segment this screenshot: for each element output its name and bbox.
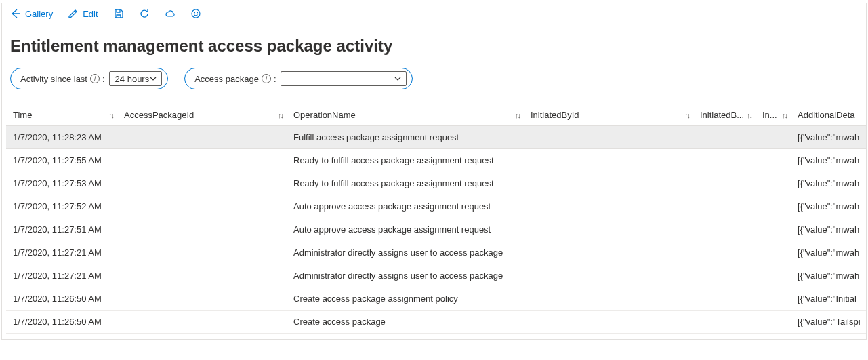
table-cell [117, 287, 287, 311]
table-header-row: Time↑↓ AccessPackageId↑↓ OperationName↑↓… [6, 104, 866, 126]
col-initiatedb[interactable]: InitiatedB...↑↓ [693, 104, 756, 126]
table-cell: 1/7/2020, 11:27:21 AM [6, 264, 117, 287]
table-cell [117, 264, 287, 287]
activity-since-value: 24 hours [115, 74, 150, 84]
table-cell [117, 311, 287, 334]
edit-label: Edit [83, 9, 98, 19]
chevron-down-icon [149, 75, 157, 83]
info-icon[interactable]: i [90, 74, 100, 83]
share-button[interactable] [165, 8, 175, 19]
results-table: Time↑↓ AccessPackageId↑↓ OperationName↑↓… [6, 104, 866, 334]
chevron-down-icon [394, 75, 402, 83]
table-cell: Ready to fulfill access package assignme… [287, 172, 524, 195]
table-cell: 1/7/2020, 11:27:55 AM [6, 149, 117, 172]
table-row[interactable]: 1/7/2020, 11:26:50 AMCreate access packa… [6, 311, 866, 334]
table-cell: [{"value":"mwah [791, 218, 866, 241]
table-cell [693, 241, 756, 264]
table-cell: Administrator directly assigns user to a… [287, 264, 524, 287]
table-cell [693, 311, 756, 334]
table-cell: [{"value":"mwah [791, 241, 866, 264]
table-cell [756, 172, 791, 195]
table-cell [693, 195, 756, 218]
table-cell [693, 149, 756, 172]
table-row[interactable]: 1/7/2020, 11:28:23 AMFulfill access pack… [6, 126, 866, 149]
table-cell: 1/7/2020, 11:27:51 AM [6, 218, 117, 241]
table-cell: [{"value":"mwah [791, 195, 866, 218]
col-in[interactable]: In...↑↓ [756, 104, 791, 126]
table-cell: 1/7/2020, 11:26:50 AM [6, 287, 117, 311]
table-row[interactable]: 1/7/2020, 11:27:51 AMAuto approve access… [6, 218, 866, 241]
table-cell: Create access package [287, 311, 524, 334]
table-cell [117, 126, 287, 149]
table-row[interactable]: 1/7/2020, 11:27:55 AMReady to fulfill ac… [6, 149, 866, 172]
table-cell [117, 195, 287, 218]
col-time[interactable]: Time↑↓ [6, 104, 117, 126]
cloud-icon [165, 8, 175, 19]
table-cell [693, 126, 756, 149]
activity-since-label: Activity since last [20, 74, 87, 84]
table-cell [524, 264, 693, 287]
table-cell [756, 287, 791, 311]
refresh-button[interactable] [139, 8, 150, 19]
col-initiatedbyid[interactable]: InitiatedById↑↓ [524, 104, 693, 126]
sort-icon: ↑↓ [278, 111, 283, 119]
table-cell: Auto approve access package assignment r… [287, 218, 524, 241]
filter-bar: Activity since last i : 24 hours Access … [2, 68, 866, 104]
activity-since-filter[interactable]: Activity since last i : 24 hours [10, 68, 168, 89]
table-cell [117, 172, 287, 195]
info-icon[interactable]: i [262, 74, 271, 83]
table-row[interactable]: 1/7/2020, 11:27:52 AMAuto approve access… [6, 195, 866, 218]
table-row[interactable]: 1/7/2020, 11:27:21 AMAdministrator direc… [6, 264, 866, 287]
edit-button[interactable]: Edit [68, 8, 98, 19]
table-row[interactable]: 1/7/2020, 11:27:21 AMAdministrator direc… [6, 241, 866, 264]
gallery-label: Gallery [25, 9, 53, 19]
table-cell [524, 172, 693, 195]
activity-since-select[interactable]: 24 hours [109, 71, 163, 86]
table-cell: [{"value":"mwah [791, 126, 866, 149]
page-title: Entitlement management access package ac… [10, 37, 858, 56]
table-cell [524, 241, 693, 264]
table-row[interactable]: 1/7/2020, 11:26:50 AMCreate access packa… [6, 287, 866, 311]
table-cell: Fulfill access package assignment reques… [287, 126, 524, 149]
table-cell [756, 264, 791, 287]
table-row[interactable]: 1/7/2020, 11:27:53 AMReady to fulfill ac… [6, 172, 866, 195]
gallery-link[interactable]: Gallery [10, 8, 53, 19]
table-cell [524, 218, 693, 241]
svg-point-0 [192, 9, 200, 18]
table-cell [756, 126, 791, 149]
table-cell [756, 149, 791, 172]
col-operationname[interactable]: OperationName↑↓ [287, 104, 524, 126]
access-package-select[interactable] [281, 71, 407, 86]
refresh-icon [139, 8, 150, 19]
table-cell: Auto approve access package assignment r… [287, 195, 524, 218]
table-cell [524, 195, 693, 218]
access-package-filter[interactable]: Access package i : [184, 68, 412, 89]
table-cell [756, 311, 791, 334]
table-cell: 1/7/2020, 11:26:50 AM [6, 311, 117, 334]
table-cell [524, 149, 693, 172]
sort-icon: ↑↓ [684, 111, 689, 119]
sort-icon: ↑↓ [747, 111, 751, 119]
sort-icon: ↑↓ [108, 111, 113, 119]
table-cell: 1/7/2020, 11:27:53 AM [6, 172, 117, 195]
table-cell [524, 126, 693, 149]
table-body: 1/7/2020, 11:28:23 AMFulfill access pack… [6, 126, 866, 334]
table-cell [117, 218, 287, 241]
smiley-icon [190, 8, 201, 19]
table-cell [756, 218, 791, 241]
feedback-button[interactable] [190, 8, 201, 19]
col-additional[interactable]: AdditionalDeta [791, 104, 866, 126]
access-package-label: Access package [194, 74, 259, 84]
save-icon [113, 8, 124, 19]
table-cell [524, 287, 693, 311]
table-cell: 1/7/2020, 11:27:21 AM [6, 241, 117, 264]
toolbar: Gallery Edit [2, 3, 866, 24]
save-button[interactable] [113, 8, 124, 19]
table-cell: Administrator directly assigns user to a… [287, 241, 524, 264]
table-cell [756, 241, 791, 264]
sort-icon: ↑↓ [515, 111, 520, 119]
col-accesspackageid[interactable]: AccessPackageId↑↓ [117, 104, 287, 126]
table-cell [524, 311, 693, 334]
table-cell [693, 264, 756, 287]
table-cell: [{"value":"Initial [791, 287, 866, 311]
